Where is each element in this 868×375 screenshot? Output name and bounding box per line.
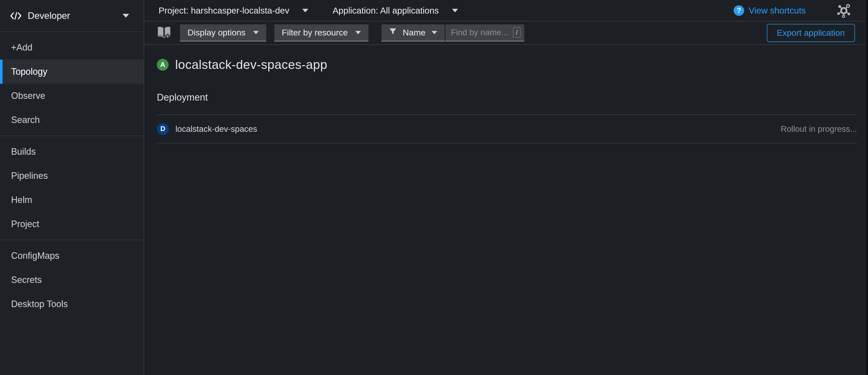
sidebar-item-search[interactable]: Search <box>0 108 144 132</box>
context-bar: Project: harshcasper-localsta-dev Applic… <box>144 0 866 22</box>
filter-by-resource-dropdown[interactable]: Filter by resource <box>274 24 369 41</box>
sidebar-item-observe[interactable]: Observe <box>0 84 144 108</box>
sidebar-item-add[interactable]: +Add <box>0 35 144 60</box>
book-plus-icon <box>157 26 172 40</box>
chevron-down-icon <box>253 31 259 34</box>
topology-toolbar: Display options Filter by resource Name <box>144 22 866 45</box>
chevron-down-icon <box>432 31 437 34</box>
openshift-console: Developer +Add Topology Observe Search B… <box>0 0 866 375</box>
display-options-label: Display options <box>187 28 246 37</box>
filter-by-resource-label: Filter by resource <box>282 28 348 37</box>
deployment-list-item[interactable]: D localstack-dev-spaces Rollout in progr… <box>157 114 857 143</box>
topology-list-view: A localstack-dev-spaces-app Deployment D… <box>144 45 866 375</box>
display-options-dropdown[interactable]: Display options <box>180 24 266 41</box>
sidebar-item-desktop-tools[interactable]: Desktop Tools <box>0 292 144 316</box>
export-application-button[interactable]: Export application <box>767 24 855 42</box>
deployment-status-text: Rollout in progress... <box>781 124 857 134</box>
perspective-label: Developer <box>28 10 70 21</box>
application-group-heading: A localstack-dev-spaces-app <box>157 57 857 72</box>
nav-group-3: ConfigMaps Secrets Desktop Tools <box>0 240 144 320</box>
find-by-name-input[interactable] <box>451 27 510 37</box>
question-circle-icon: ? <box>734 5 744 16</box>
nav-group-2: Builds Pipelines Helm Project <box>0 136 144 240</box>
quick-starts-button[interactable] <box>157 26 172 40</box>
name-filter-dropdown[interactable]: Name <box>381 24 445 41</box>
sidebar-item-secrets[interactable]: Secrets <box>0 268 144 292</box>
section-heading-deployment: Deployment <box>157 92 857 103</box>
chevron-down-icon <box>452 9 458 12</box>
application-name: localstack-dev-spaces-app <box>175 57 327 72</box>
sidebar-item-project[interactable]: Project <box>0 212 144 236</box>
view-shortcuts-label: View shortcuts <box>749 5 806 15</box>
chevron-down-icon <box>355 31 361 34</box>
topology-view-toggle[interactable] <box>836 2 852 19</box>
nav-group-1: +Add Topology Observe Search <box>0 32 144 136</box>
name-filter-label: Name <box>403 28 426 37</box>
perspective-switcher[interactable]: Developer <box>0 0 144 32</box>
application-dropdown[interactable]: Application: All applications <box>333 5 458 15</box>
application-badge: A <box>157 59 168 71</box>
project-dropdown-label: Project: harshcasper-localsta-dev <box>159 5 289 15</box>
chevron-down-icon <box>302 9 308 12</box>
project-dropdown[interactable]: Project: harshcasper-localsta-dev <box>159 5 308 15</box>
slash-shortcut-kbd: / <box>513 27 521 38</box>
sidebar-nav: +Add Topology Observe Search Builds Pipe… <box>0 32 144 375</box>
application-dropdown-label: Application: All applications <box>333 5 439 15</box>
find-by-name-field: / <box>445 24 524 41</box>
deployment-badge: D <box>157 123 169 135</box>
main-area: Project: harshcasper-localsta-dev Applic… <box>144 0 866 375</box>
chevron-down-icon <box>123 14 129 18</box>
page-scrollbar[interactable] <box>866 0 868 375</box>
topology-graph-icon <box>836 2 852 19</box>
deployment-name: localstack-dev-spaces <box>176 124 257 134</box>
sidebar: Developer +Add Topology Observe Search B… <box>0 0 144 375</box>
name-filter-group: Name / <box>381 24 524 41</box>
sidebar-item-pipelines[interactable]: Pipelines <box>0 164 144 188</box>
sidebar-item-builds[interactable]: Builds <box>0 140 144 164</box>
sidebar-item-helm[interactable]: Helm <box>0 188 144 212</box>
code-icon <box>10 11 22 20</box>
funnel-icon <box>389 28 397 37</box>
sidebar-item-configmaps[interactable]: ConfigMaps <box>0 244 144 268</box>
sidebar-item-topology[interactable]: Topology <box>0 60 144 84</box>
view-shortcuts-link[interactable]: ? View shortcuts <box>734 5 806 16</box>
